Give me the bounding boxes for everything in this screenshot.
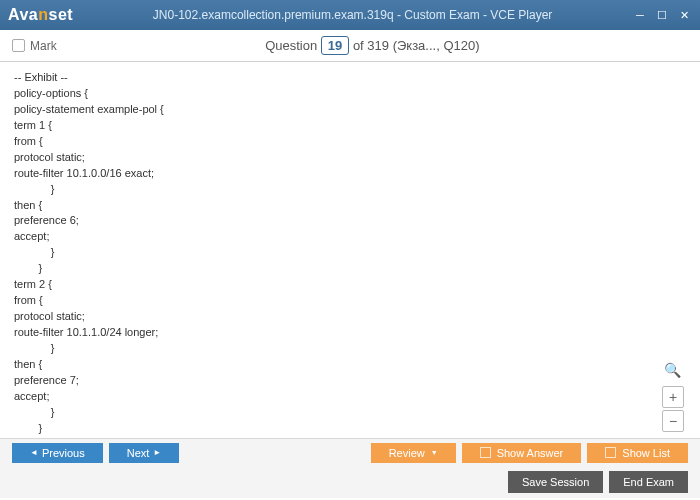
window-title: JN0-102.examcollection.premium.exam.319q… [73,8,632,22]
checkbox-icon [605,447,616,458]
window-controls: ─ ☐ ✕ [632,8,692,22]
checkbox-icon [480,447,491,458]
question-counter: Question 19 of 319 (Экза..., Q120) [57,36,688,55]
nav-footer: Previous Next Review Show Answer Show Li… [0,438,700,466]
end-exam-button[interactable]: End Exam [609,471,688,493]
review-button[interactable]: Review [371,443,456,463]
maximize-icon[interactable]: ☐ [654,8,670,22]
zoom-out-button[interactable]: − [662,410,684,432]
previous-button[interactable]: Previous [12,443,103,463]
next-button[interactable]: Next [109,443,180,463]
mark-label: Mark [30,39,57,53]
show-answer-button[interactable]: Show Answer [462,443,582,463]
titlebar: Avanset JN0-102.examcollection.premium.e… [0,0,700,30]
save-session-button[interactable]: Save Session [508,471,603,493]
question-content: -- Exhibit -- policy-options { policy-st… [0,62,700,438]
close-icon[interactable]: ✕ [676,8,692,22]
mark-checkbox[interactable]: Mark [12,39,57,53]
checkbox-icon[interactable] [12,39,25,52]
search-icon[interactable]: 🔍 [662,360,682,380]
question-header: Mark Question 19 of 319 (Экза..., Q120) [0,30,700,62]
action-footer: Save Session End Exam [0,466,700,498]
show-list-button[interactable]: Show List [587,443,688,463]
zoom-in-button[interactable]: + [662,386,684,408]
minimize-icon[interactable]: ─ [632,8,648,22]
app-logo: Avanset [8,6,73,24]
question-number: 19 [321,36,349,55]
exhibit-text: -- Exhibit -- policy-options { policy-st… [14,70,686,438]
zoom-controls: 🔍 + − [662,360,684,432]
